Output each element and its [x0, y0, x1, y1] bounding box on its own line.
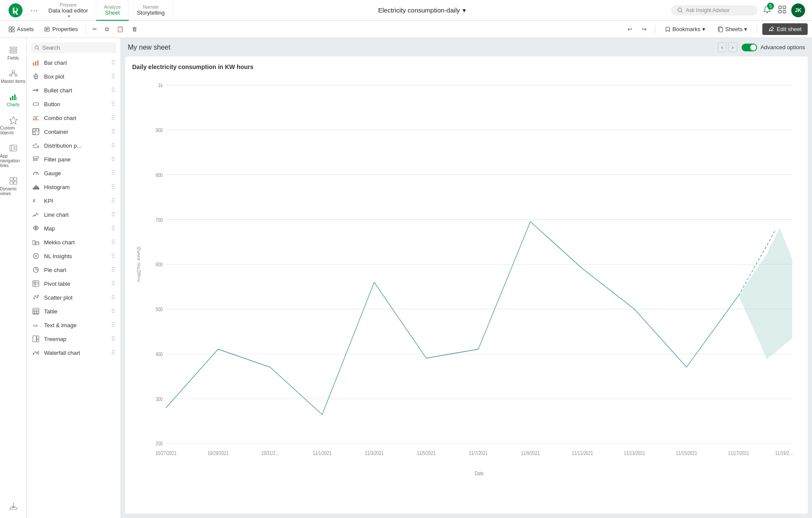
svg-text:11/13/2021: 11/13/2021	[624, 450, 645, 456]
sidebar-item-bottom[interactable]	[9, 497, 18, 515]
insight-advisor-search[interactable]: Ask Insight Advisor	[671, 5, 758, 16]
dist-plot-label: Distribution p...	[44, 142, 107, 149]
redo-btn[interactable]: ↪	[639, 24, 650, 35]
advanced-toggle-switch[interactable]	[742, 44, 757, 51]
advanced-options-toggle[interactable]: Advanced options	[742, 44, 805, 51]
chart-item-container[interactable]: Container ⠿	[27, 125, 121, 139]
panel-search-box[interactable]	[31, 42, 116, 53]
svg-rect-30	[16, 97, 17, 100]
chart-item-kpi[interactable]: # KPI ⠿	[27, 194, 121, 208]
svg-text:300: 300	[155, 396, 162, 402]
chart-item-scatter[interactable]: Scatter plot ⠿	[27, 291, 121, 304]
search-input[interactable]	[42, 44, 113, 51]
svg-rect-6	[779, 10, 781, 13]
svg-point-91	[34, 298, 35, 299]
nav-tab-prepare[interactable]: Prepare Data load editor ▾	[41, 0, 96, 21]
button-drag: ⠿	[111, 101, 115, 107]
sidebar-item-fields[interactable]: Fields	[0, 41, 26, 65]
nl-insights-drag: ⠿	[111, 253, 115, 259]
prev-sheet-btn[interactable]: ‹	[718, 42, 726, 52]
more-options-btn[interactable]: ⋯	[28, 4, 41, 17]
kpi-icon: #	[32, 197, 40, 205]
apps-grid-btn[interactable]	[777, 4, 788, 16]
svg-rect-71	[33, 188, 34, 190]
svg-rect-37	[14, 177, 17, 180]
chart-item-waterfall[interactable]: Waterfall chart ⠿	[27, 346, 121, 360]
svg-rect-68	[33, 157, 38, 158]
copy-btn[interactable]: ⧉	[102, 24, 112, 35]
paste-btn[interactable]: 📋	[114, 24, 127, 35]
sidebar-charts-label: Charts	[7, 102, 19, 107]
svg-rect-69	[33, 159, 37, 161]
svg-rect-7	[783, 10, 786, 13]
treemap-label: Treemap	[44, 336, 107, 342]
next-sheet-btn[interactable]: ›	[728, 42, 737, 52]
chart-item-button[interactable]: Button ⠿	[27, 97, 121, 111]
kpi-label: KPI	[44, 198, 107, 204]
chart-item-gauge[interactable]: Gauge ⠿	[27, 166, 121, 180]
sidebar-item-charts[interactable]: Charts	[0, 88, 26, 111]
avatar[interactable]: JK	[791, 3, 805, 17]
chart-panel: Bar chart ⠿ Box plot ⠿	[27, 38, 121, 518]
bookmarks-btn[interactable]: Bookmarks ▾	[660, 24, 710, 35]
filter-pane-label: Filter pane	[44, 156, 107, 163]
delete-btn[interactable]: 🗑	[129, 24, 140, 35]
app-title[interactable]: Electricity consumption-daily ▾	[173, 6, 671, 14]
toolbar-right: ↩ ↪ Bookmarks ▾ Sheets ▾ Edit sheet	[625, 23, 808, 35]
chart-item-mekko[interactable]: Mekko chart ⠿	[27, 235, 121, 249]
dist-plot-drag: ⠿	[111, 142, 115, 149]
chart-item-nl[interactable]: NL Insights ⠿	[27, 249, 121, 263]
notifications-btn[interactable]: 5	[761, 3, 773, 17]
toolbar-sep-1	[86, 25, 86, 34]
sheets-btn[interactable]: Sheets ▾	[713, 24, 752, 35]
chart-card-title: Daily electricity consumption in KW hour…	[132, 63, 801, 70]
nl-insights-label: NL Insights	[44, 253, 107, 259]
assets-btn[interactable]: Assets	[4, 24, 38, 35]
chart-item-combo[interactable]: Combo chart ⠿	[27, 111, 121, 125]
svg-rect-38	[10, 181, 13, 184]
chart-item-filter[interactable]: Filter pane ⠿	[27, 152, 121, 166]
nav-tab-analyze[interactable]: Analyze Sheet	[96, 0, 129, 21]
nav-tab-narrate[interactable]: Narrate Storytelling	[129, 0, 173, 21]
chart-item-pivot[interactable]: Pivot table ⠿	[27, 277, 121, 291]
scatter-plot-drag: ⠿	[111, 294, 115, 301]
svg-text:Avg([Tot. kWh]): Avg([Tot. kWh])	[136, 246, 141, 282]
prepare-top-label: Prepare	[60, 2, 76, 7]
sidebar-item-master[interactable]: Master items	[0, 65, 26, 88]
prepare-chevron: ▾	[68, 14, 70, 19]
chart-item-line[interactable]: Line chart ⠿	[27, 208, 121, 221]
sidebar-fields-label: Fields	[7, 56, 19, 60]
line-chart-label: Line chart	[44, 212, 107, 218]
chart-item-treemap[interactable]: Treemap ⠿	[27, 332, 121, 346]
chart-item-bullet[interactable]: Bullet chart ⠿	[27, 83, 121, 97]
sidebar-item-custom[interactable]: Custom objects	[0, 111, 26, 139]
svg-point-3	[767, 12, 768, 13]
svg-text:700: 700	[155, 217, 162, 223]
svg-rect-28	[12, 96, 13, 100]
svg-point-94	[38, 295, 39, 297]
analyze-top-label: Analyze	[104, 4, 121, 9]
chart-item-map[interactable]: Map ⠿	[27, 221, 121, 235]
chart-item-text[interactable]: Aa Text & image ⠿	[27, 318, 121, 332]
container-label: Container	[44, 129, 107, 135]
svg-rect-62	[36, 129, 39, 131]
chart-item-bar[interactable]: Bar chart ⠿	[27, 56, 121, 69]
edit-sheet-btn[interactable]: Edit sheet	[762, 23, 808, 35]
chart-item-pie[interactable]: Pie chart ⠿	[27, 263, 121, 277]
sidebar-item-dynamic[interactable]: Dynamic views	[0, 172, 26, 200]
chart-item-table[interactable]: Table ⠿	[27, 304, 121, 318]
bar-chart-icon	[32, 59, 40, 66]
properties-btn[interactable]: Properties	[40, 24, 82, 35]
svg-text:10/31/2...: 10/31/2...	[261, 450, 279, 456]
svg-rect-106	[35, 351, 36, 353]
chart-item-histogram[interactable]: Histogram ⠿	[27, 180, 121, 194]
sidebar-item-appnav[interactable]: App navigation links	[0, 139, 26, 172]
svg-rect-5	[783, 6, 786, 9]
chart-item-box[interactable]: Box plot ⠿	[27, 69, 121, 83]
chart-item-dist[interactable]: Distribution p... ⠿	[27, 139, 121, 152]
histogram-drag: ⠿	[111, 183, 115, 190]
cut-btn[interactable]: ✂	[89, 24, 100, 35]
undo-btn[interactable]: ↩	[625, 24, 635, 35]
logo[interactable]	[3, 3, 28, 18]
svg-point-82	[33, 253, 38, 259]
